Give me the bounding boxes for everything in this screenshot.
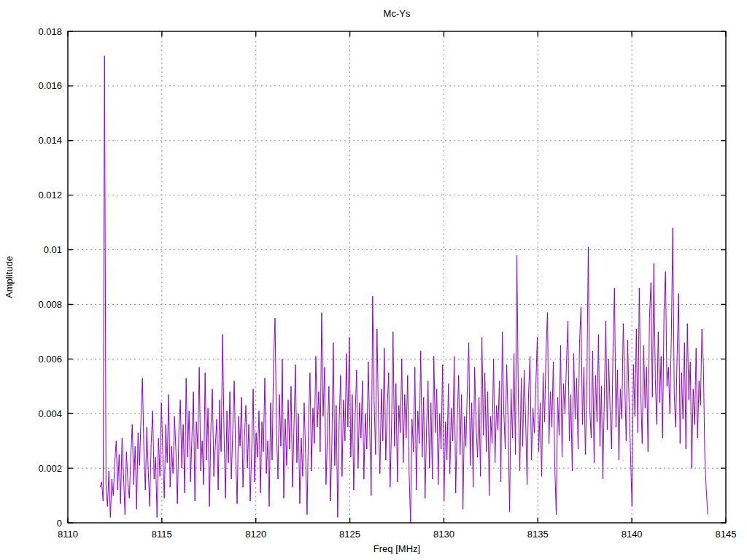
x-tick-label: 8145 bbox=[716, 529, 737, 540]
y-tick-label: 0.014 bbox=[38, 135, 62, 146]
y-tick-label: 0.018 bbox=[38, 26, 62, 37]
y-tick-label: 0 bbox=[57, 518, 62, 529]
y-tick-label: 0.008 bbox=[38, 299, 62, 310]
plot-canvas: 81108115812081258130813581408145 00.0020… bbox=[0, 0, 747, 560]
data-series-line bbox=[100, 56, 708, 523]
x-tick-label: 8125 bbox=[339, 529, 360, 540]
y-tick-label: 0.006 bbox=[38, 354, 62, 365]
x-tick-label: 8120 bbox=[245, 529, 266, 540]
y-tick-label: 0.012 bbox=[38, 190, 62, 201]
y-tick-label: 0.004 bbox=[38, 408, 62, 419]
y-axis-label: Amplitude bbox=[4, 256, 15, 298]
x-tick-label: 8110 bbox=[58, 529, 78, 540]
x-tick-label: 8115 bbox=[152, 529, 172, 540]
gnuplot-figure: 81108115812081258130813581408145 00.0020… bbox=[0, 0, 747, 560]
x-tick-label: 8140 bbox=[622, 529, 643, 540]
x-tick-labels: 81108115812081258130813581408145 bbox=[58, 529, 736, 540]
x-tick-label: 8130 bbox=[433, 529, 454, 540]
chart-title: Mc-Ys bbox=[384, 8, 411, 19]
y-tick-label: 0.002 bbox=[38, 463, 62, 474]
y-tick-labels: 00.0020.0040.0060.0080.010.0120.0140.016… bbox=[38, 26, 62, 529]
x-axis-label: Freq [MHz] bbox=[374, 543, 420, 554]
y-tick-label: 0.016 bbox=[38, 80, 62, 91]
x-tick-label: 8135 bbox=[527, 529, 549, 540]
y-tick-label: 0.01 bbox=[44, 244, 62, 255]
